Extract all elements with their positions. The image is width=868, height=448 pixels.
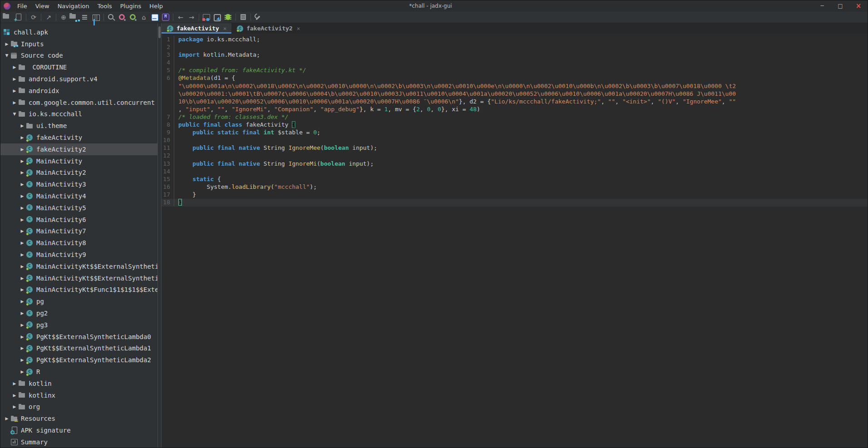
- expand-arrow-icon[interactable]: ▶: [19, 217, 26, 222]
- expand-arrow-icon[interactable]: ▶: [19, 123, 26, 128]
- tree-item[interactable]: ▶MainActivityKt$$ExternalSynthetic: [0, 272, 157, 284]
- tree-item[interactable]: ▶kotlinx: [0, 389, 157, 401]
- menu-plugins[interactable]: Plugins: [116, 0, 146, 12]
- preferences-icon[interactable]: [253, 12, 264, 22]
- tree-item[interactable]: ▶MainActivity9: [0, 249, 157, 261]
- text-search-icon[interactable]: [106, 12, 117, 22]
- main-activity-icon[interactable]: ⌂: [138, 12, 149, 22]
- tree-item[interactable]: ▶PgKt$$ExternalSyntheticLambda1: [0, 343, 157, 354]
- tree-item[interactable]: ▶fakeActivity: [0, 132, 157, 143]
- export-icon[interactable]: ↗: [43, 12, 54, 22]
- expand-arrow-icon[interactable]: ▶: [19, 194, 26, 198]
- splitter-grip[interactable]: [158, 26, 161, 38]
- maximize-button[interactable]: □: [831, 0, 849, 12]
- open-file-icon[interactable]: [2, 12, 13, 22]
- expand-arrow-icon[interactable]: ▶: [11, 77, 18, 81]
- expand-arrow-icon[interactable]: ▶: [19, 170, 26, 175]
- dock-editors-icon[interactable]: [91, 12, 102, 22]
- expand-arrow-icon[interactable]: ▶: [19, 159, 26, 163]
- tree-item[interactable]: ▶MainActivity3: [0, 178, 157, 190]
- expand-arrow-icon[interactable]: ▶: [19, 147, 26, 152]
- tab-fakeactivity[interactable]: fakeActivity×: [162, 23, 231, 34]
- expand-arrow-icon[interactable]: ▶: [3, 42, 10, 46]
- tree-item[interactable]: ▶Resources: [0, 413, 157, 424]
- tree-item[interactable]: ▶android.support.v4: [0, 73, 157, 85]
- log-viewer-icon[interactable]: [238, 12, 249, 22]
- decompile-all-icon[interactable]: ⊕: [58, 12, 69, 22]
- tree-item[interactable]: ▶MainActivityKt$Func1$1$1$1$$Exter: [0, 284, 157, 296]
- expand-arrow-icon[interactable]: ▶: [11, 100, 18, 105]
- code-content[interactable]: 1package io.ks.mccchall;23import kotlin.…: [162, 34, 868, 448]
- deobfuscation-icon[interactable]: [201, 12, 212, 22]
- tree-item[interactable]: ▶R: [0, 366, 157, 378]
- tree-item[interactable]: ▶MainActivity: [0, 155, 157, 167]
- tree-item[interactable]: ▶MainActivity7: [0, 226, 157, 237]
- expand-arrow-icon[interactable]: ▶: [3, 416, 10, 421]
- close-button[interactable]: ×: [849, 0, 868, 12]
- project-tree[interactable]: chall.apk▶Inputs▼Source code▶_COROUTINE▶…: [0, 23, 157, 448]
- tree-item[interactable]: ▼io.ks.mccchall: [0, 108, 157, 120]
- tree-item[interactable]: Summary: [0, 436, 157, 448]
- expand-arrow-icon[interactable]: ▶: [19, 299, 26, 304]
- comments-search-icon[interactable]: [149, 12, 160, 22]
- splitter[interactable]: [157, 23, 162, 448]
- expand-arrow-icon[interactable]: ▶: [11, 381, 18, 386]
- tree-item[interactable]: ▶PgKt$$ExternalSyntheticLambda2: [0, 354, 157, 366]
- expand-arrow-icon[interactable]: ▶: [11, 393, 18, 398]
- tree-item[interactable]: ▶MainActivityKt$$ExternalSynthetic: [0, 261, 157, 272]
- class-search-icon[interactable]: [128, 12, 138, 22]
- tree-item[interactable]: ▶pg: [0, 295, 157, 307]
- expand-arrow-icon[interactable]: ▶: [19, 369, 26, 374]
- tree-item[interactable]: ▶pg3: [0, 319, 157, 331]
- tree-item[interactable]: ▶fakeActivity2: [0, 143, 157, 155]
- find-usage-icon[interactable]: [117, 12, 128, 22]
- expand-arrow-icon[interactable]: ▶: [19, 135, 26, 140]
- expand-arrow-icon[interactable]: ▶: [19, 323, 26, 327]
- quark-analysis-icon[interactable]: [212, 12, 223, 22]
- tab-fakeactivity2[interactable]: fakeActivity2×: [231, 23, 305, 34]
- expand-arrow-icon[interactable]: ▶: [19, 206, 26, 210]
- expand-arrow-icon[interactable]: ▶: [11, 65, 18, 69]
- tree-item[interactable]: ▶com.google.common.util.concurrent: [0, 97, 157, 108]
- tree-item[interactable]: ▶kotlin: [0, 378, 157, 389]
- nav-back-icon[interactable]: ←: [175, 12, 186, 22]
- menu-file[interactable]: File: [13, 0, 31, 12]
- expand-arrow-icon[interactable]: ▶: [19, 335, 26, 339]
- flat-packages-icon[interactable]: [80, 12, 91, 22]
- reload-icon[interactable]: ⟳: [28, 12, 39, 22]
- add-files-icon[interactable]: [13, 12, 24, 22]
- show-packages-icon[interactable]: [69, 12, 80, 22]
- minimize-button[interactable]: ─: [813, 0, 831, 12]
- expand-arrow-icon[interactable]: ▶: [19, 311, 26, 315]
- tree-item[interactable]: ▶org: [0, 401, 157, 413]
- menu-navigation[interactable]: Navigation: [54, 0, 93, 12]
- tree-item[interactable]: ▶MainActivity8: [0, 237, 157, 249]
- tree-item[interactable]: ▶MainActivity2: [0, 167, 157, 179]
- tree-item[interactable]: ▶pg2: [0, 307, 157, 319]
- expand-arrow-icon[interactable]: ▶: [19, 287, 26, 292]
- tab-close-icon[interactable]: ×: [223, 25, 226, 32]
- tree-item[interactable]: ▶_COROUTINE: [0, 61, 157, 73]
- tree-item[interactable]: ▼Source code: [0, 50, 157, 62]
- tree-item[interactable]: ▶PgKt$$ExternalSyntheticLambda0: [0, 331, 157, 343]
- tree-item[interactable]: ▶androidx: [0, 85, 157, 97]
- tree-item[interactable]: ▶MainActivity6: [0, 214, 157, 226]
- expand-arrow-icon[interactable]: ▶: [19, 229, 26, 233]
- tab-close-icon[interactable]: ×: [297, 25, 300, 32]
- expand-arrow-icon[interactable]: ▶: [11, 404, 18, 409]
- nav-forward-icon[interactable]: →: [186, 12, 197, 22]
- menu-tools[interactable]: Tools: [93, 0, 116, 12]
- expand-arrow-icon[interactable]: ▶: [19, 264, 26, 269]
- tree-item[interactable]: ▶MainActivity4: [0, 190, 157, 202]
- expand-arrow-icon[interactable]: ▶: [19, 241, 26, 245]
- collapse-arrow-icon[interactable]: ▼: [3, 53, 10, 58]
- expand-arrow-icon[interactable]: ▶: [19, 346, 26, 350]
- tree-item[interactable]: ▶Inputs: [0, 38, 157, 50]
- expand-arrow-icon[interactable]: ▶: [11, 89, 18, 93]
- expand-arrow-icon[interactable]: ▶: [19, 276, 26, 281]
- tree-item[interactable]: ▶ui.theme: [0, 120, 157, 132]
- adb-debug-icon[interactable]: [223, 12, 234, 22]
- menu-help[interactable]: Help: [145, 0, 167, 12]
- expand-arrow-icon[interactable]: ▶: [19, 182, 26, 187]
- tree-item[interactable]: APK signature: [0, 424, 157, 436]
